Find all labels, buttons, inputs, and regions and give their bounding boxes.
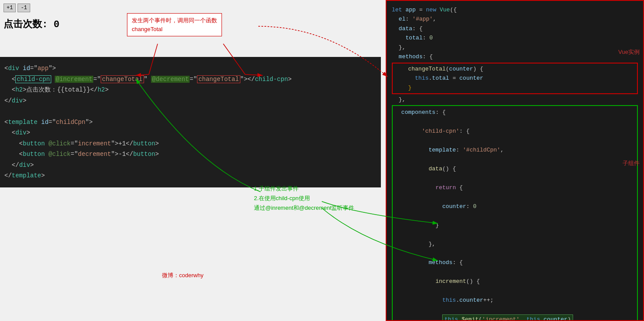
vue-instance-label: Vue实例	[618, 48, 640, 56]
annotation-child-line2: 2.在使用child-cpn使用	[254, 194, 354, 203]
plus-one-button[interactable]: +1	[4, 4, 16, 12]
annotation-line1: 发生两个事件时，调用同一个函数	[132, 17, 217, 24]
child-cpn-label: 子组件	[623, 159, 640, 167]
html-code-block: <div id="app"> <child-cpn @increment="ch…	[0, 57, 381, 187]
annotation-line2: changeTotal	[132, 26, 162, 32]
right-code-panel: let app = new Vue({ el: '#app', data: { …	[386, 0, 644, 321]
bottom-annotation: 1.子组件发出事件 2.在使用child-cpn使用 通过@inrement和@…	[254, 184, 354, 213]
click-count-display: 点击次数: 0	[4, 18, 60, 31]
weibo-credit: 微博：coderwhy	[162, 272, 204, 279]
left-panel: +1 -1 点击次数: 0 发生两个事件时，调用同一个函数 changeTota…	[0, 0, 385, 321]
annotation-child-line1: 1.子组件发出事件	[254, 184, 354, 194]
annotation-box: 发生两个事件时，调用同一个函数 changeTotal	[127, 13, 222, 36]
minus-one-button[interactable]: -1	[18, 4, 30, 12]
annotation-child-line3: 通过@inrement和@decrement监听事件	[254, 203, 354, 213]
counter-buttons: +1 -1	[4, 4, 30, 12]
right-code-content: let app = new Vue({ el: '#app', data: { …	[392, 5, 638, 321]
